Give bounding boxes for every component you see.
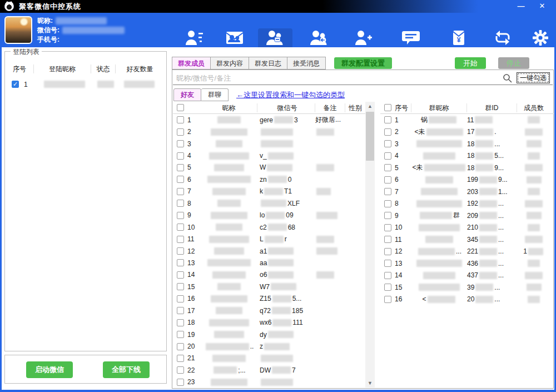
row-checkbox[interactable]: [177, 379, 184, 386]
table-row[interactable]: 11Lr: [173, 233, 365, 245]
scroll-down-icon[interactable]: ▼: [365, 379, 375, 388]
search-input[interactable]: [173, 74, 503, 82]
table-row[interactable]: 6zn0: [173, 173, 365, 185]
table-row[interactable]: 14o6: [173, 269, 365, 281]
table-row[interactable]: 1539...: [380, 281, 554, 294]
table-row[interactable]: 14437...: [380, 270, 554, 282]
row-checkbox[interactable]: [384, 212, 391, 219]
row-checkbox[interactable]: [177, 116, 184, 123]
table-row[interactable]: 20..z: [173, 340, 365, 352]
minimize-button[interactable]: —: [512, 0, 530, 13]
row-checkbox[interactable]: [384, 224, 391, 231]
row-checkbox[interactable]: [384, 284, 391, 291]
table-row[interactable]: 22;...DW7: [173, 364, 365, 376]
row-checkbox[interactable]: [384, 164, 391, 171]
table-row[interactable]: 4185...: [380, 150, 554, 162]
row-checkbox[interactable]: [384, 176, 391, 183]
row-checkbox[interactable]: [384, 128, 391, 136]
table-row[interactable]: 9lo09: [173, 210, 365, 221]
table-row[interactable]: 1gere3好微居...: [173, 114, 365, 126]
row-checkbox[interactable]: [177, 259, 184, 266]
row-checkbox[interactable]: [384, 140, 391, 147]
row-checkbox[interactable]: [177, 128, 184, 136]
row-checkbox[interactable]: [177, 188, 184, 195]
row-checkbox[interactable]: [177, 271, 184, 279]
table-row[interactable]: 16Z155...: [173, 293, 365, 305]
table-row[interactable]: 19dy: [173, 329, 365, 340]
stop-button[interactable]: 停止: [498, 57, 529, 69]
start-wechat-button[interactable]: 启动微信: [26, 361, 73, 378]
tab-mass-members[interactable]: 群发成员: [172, 57, 211, 70]
table-row[interactable]: 8192...: [380, 198, 554, 210]
row-checkbox[interactable]: [384, 236, 391, 243]
row-checkbox[interactable]: [384, 200, 391, 207]
table-row[interactable]: 10210...: [380, 222, 554, 234]
scrollbar-thumb[interactable]: [366, 112, 374, 161]
table-row[interactable]: 12a1: [173, 245, 365, 257]
row-checkbox[interactable]: [177, 355, 184, 362]
tab-receive-messages[interactable]: 接受消息: [287, 57, 326, 70]
table-row[interactable]: 21: [173, 353, 365, 364]
table-row[interactable]: 4v_: [173, 150, 365, 161]
table-row[interactable]: 13436...: [380, 257, 554, 270]
row-checkbox[interactable]: [177, 200, 184, 207]
row-checkbox[interactable]: [384, 152, 391, 160]
table-row[interactable]: 1锅11: [380, 114, 554, 126]
table-row[interactable]: 13aa: [173, 257, 365, 269]
table-row[interactable]: 2: [173, 126, 365, 137]
row-checkbox[interactable]: [177, 164, 184, 171]
table-row[interactable]: 72031...: [380, 186, 554, 198]
row-checkbox[interactable]: [384, 296, 391, 303]
table-row[interactable]: 61999...: [380, 174, 554, 186]
table-row[interactable]: 9群209...: [380, 210, 554, 222]
table-row[interactable]: 23: [173, 376, 365, 388]
row-checkbox[interactable]: [177, 366, 184, 374]
row-checkbox[interactable]: [177, 236, 184, 243]
table-row[interactable]: 5W: [173, 162, 365, 173]
groups-select-all-checkbox[interactable]: [384, 104, 391, 111]
mass-config-button[interactable]: 群发配置设置: [334, 57, 392, 69]
table-row[interactable]: 12...221...1: [380, 246, 554, 258]
start-button[interactable]: 开始: [455, 57, 486, 69]
table-row[interactable]: 3: [173, 138, 365, 150]
table-row[interactable]: 8XLF: [173, 197, 365, 209]
row-checkbox[interactable]: [384, 116, 391, 123]
table-row[interactable]: 15W7: [173, 281, 365, 292]
row-checkbox[interactable]: [177, 307, 184, 314]
tab-mass-content[interactable]: 群发内容: [211, 57, 249, 70]
table-row[interactable]: 2<未17.: [380, 126, 554, 138]
row-checkbox[interactable]: [177, 224, 184, 231]
table-row[interactable]: 5<未189...: [380, 162, 554, 174]
type-hint-link[interactable]: ←这里设置搜索和一键勾选的类型: [236, 90, 345, 100]
close-button[interactable]: ✕: [533, 0, 552, 13]
table-row[interactable]: 7kT1: [173, 186, 365, 197]
login-table-row[interactable]: 1: [7, 78, 164, 90]
tab-mass-log[interactable]: 群发日志: [249, 57, 287, 70]
row-checkbox[interactable]: [177, 212, 184, 219]
table-row[interactable]: 11345...: [380, 234, 554, 246]
row-checkbox[interactable]: [384, 272, 391, 279]
row-checkbox[interactable]: [177, 343, 184, 350]
table-row[interactable]: 18wx6111: [173, 316, 365, 328]
row-checkbox[interactable]: [384, 248, 391, 255]
row-checkbox[interactable]: [384, 188, 391, 195]
row-checkbox[interactable]: [177, 331, 184, 338]
row-checkbox[interactable]: [177, 176, 184, 183]
tab-group-chats[interactable]: 群聊: [201, 88, 229, 101]
row-checkbox[interactable]: [177, 152, 184, 160]
friends-table-scrollbar[interactable]: ▲ ▼: [365, 102, 375, 388]
tab-friends[interactable]: 好友: [173, 88, 201, 101]
table-row[interactable]: 17q72185: [173, 305, 365, 316]
all-offline-button[interactable]: 全部下线: [103, 361, 150, 378]
row-checkbox[interactable]: [177, 283, 184, 290]
table-row[interactable]: 318...: [380, 138, 554, 150]
one-click-check-button[interactable]: 一键勾选: [517, 72, 550, 83]
row-checkbox[interactable]: [177, 295, 184, 302]
friends-select-all-checkbox[interactable]: [177, 104, 184, 111]
scroll-up-icon[interactable]: ▲: [365, 102, 375, 111]
row-checkbox[interactable]: [177, 140, 184, 147]
row-checkbox[interactable]: [177, 247, 184, 255]
login-row-checkbox[interactable]: [12, 81, 19, 88]
row-checkbox[interactable]: [384, 260, 391, 267]
table-row[interactable]: 16<20...: [380, 294, 554, 306]
